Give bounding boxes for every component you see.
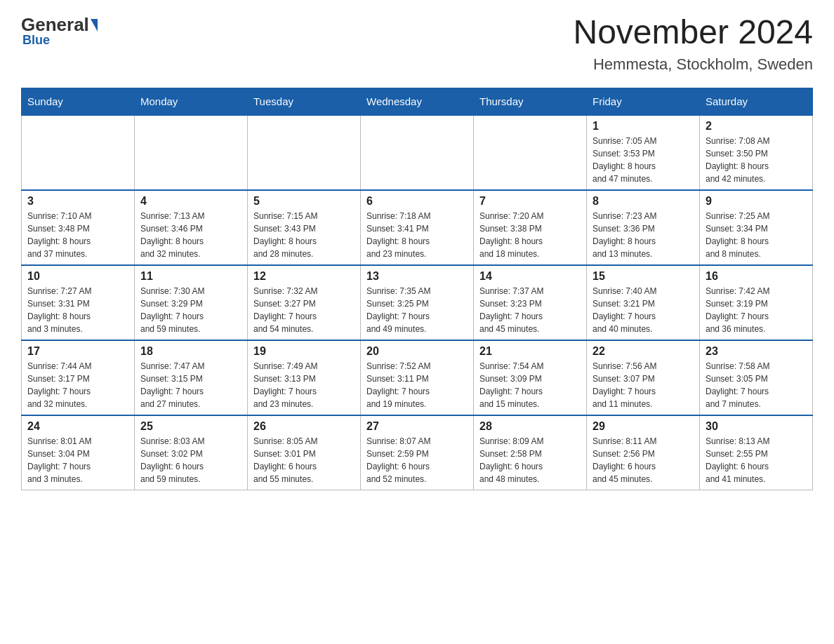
day-number: 15 <box>593 270 694 283</box>
day-number: 17 <box>27 345 128 358</box>
day-number: 10 <box>27 270 128 283</box>
day-number: 30 <box>706 420 807 433</box>
day-cell: 13Sunrise: 7:35 AM Sunset: 3:25 PM Dayli… <box>361 265 474 340</box>
day-cell: 21Sunrise: 7:54 AM Sunset: 3:09 PM Dayli… <box>474 340 587 415</box>
day-cell <box>248 115 361 190</box>
day-info: Sunrise: 7:25 AM Sunset: 3:34 PM Dayligh… <box>706 210 807 260</box>
day-number: 1 <box>593 120 694 133</box>
day-info: Sunrise: 8:05 AM Sunset: 3:01 PM Dayligh… <box>253 435 355 485</box>
day-cell <box>361 115 474 190</box>
day-cell: 8Sunrise: 7:23 AM Sunset: 3:36 PM Daylig… <box>587 190 700 265</box>
day-info: Sunrise: 7:15 AM Sunset: 3:43 PM Dayligh… <box>253 210 355 260</box>
day-info: Sunrise: 8:09 AM Sunset: 2:58 PM Dayligh… <box>479 435 581 485</box>
header-monday: Monday <box>135 88 248 115</box>
day-cell: 12Sunrise: 7:32 AM Sunset: 3:27 PM Dayli… <box>248 265 361 340</box>
header-tuesday: Tuesday <box>248 88 361 115</box>
calendar-table: SundayMondayTuesdayWednesdayThursdayFrid… <box>21 88 813 490</box>
day-number: 25 <box>140 420 241 433</box>
day-number: 26 <box>253 420 355 433</box>
day-cell: 26Sunrise: 8:05 AM Sunset: 3:01 PM Dayli… <box>248 415 361 490</box>
week-row-1: 1Sunrise: 7:05 AM Sunset: 3:53 PM Daylig… <box>22 115 813 190</box>
day-cell: 29Sunrise: 8:11 AM Sunset: 2:56 PM Dayli… <box>587 415 700 490</box>
day-cell: 27Sunrise: 8:07 AM Sunset: 2:59 PM Dayli… <box>361 415 474 490</box>
day-info: Sunrise: 7:52 AM Sunset: 3:11 PM Dayligh… <box>366 360 468 410</box>
day-number: 5 <box>253 195 355 208</box>
day-info: Sunrise: 7:35 AM Sunset: 3:25 PM Dayligh… <box>366 285 468 335</box>
day-info: Sunrise: 7:58 AM Sunset: 3:05 PM Dayligh… <box>706 360 807 410</box>
day-info: Sunrise: 7:20 AM Sunset: 3:38 PM Dayligh… <box>479 210 581 260</box>
calendar-header-row: SundayMondayTuesdayWednesdayThursdayFrid… <box>22 88 813 115</box>
week-row-3: 10Sunrise: 7:27 AM Sunset: 3:31 PM Dayli… <box>22 265 813 340</box>
day-number: 4 <box>140 195 241 208</box>
day-number: 19 <box>253 345 355 358</box>
day-cell: 6Sunrise: 7:18 AM Sunset: 3:41 PM Daylig… <box>361 190 474 265</box>
week-row-2: 3Sunrise: 7:10 AM Sunset: 3:48 PM Daylig… <box>22 190 813 265</box>
day-cell <box>474 115 587 190</box>
day-info: Sunrise: 7:56 AM Sunset: 3:07 PM Dayligh… <box>593 360 694 410</box>
day-cell: 19Sunrise: 7:49 AM Sunset: 3:13 PM Dayli… <box>248 340 361 415</box>
day-number: 21 <box>479 345 581 358</box>
day-cell <box>22 115 135 190</box>
day-number: 20 <box>366 345 468 358</box>
header-thursday: Thursday <box>474 88 587 115</box>
day-cell: 5Sunrise: 7:15 AM Sunset: 3:43 PM Daylig… <box>248 190 361 265</box>
day-number: 9 <box>706 195 807 208</box>
day-cell: 18Sunrise: 7:47 AM Sunset: 3:15 PM Dayli… <box>135 340 248 415</box>
day-info: Sunrise: 7:47 AM Sunset: 3:15 PM Dayligh… <box>140 360 241 410</box>
day-number: 18 <box>140 345 241 358</box>
day-cell: 1Sunrise: 7:05 AM Sunset: 3:53 PM Daylig… <box>587 115 700 190</box>
day-cell: 7Sunrise: 7:20 AM Sunset: 3:38 PM Daylig… <box>474 190 587 265</box>
day-number: 11 <box>140 270 241 283</box>
day-info: Sunrise: 8:07 AM Sunset: 2:59 PM Dayligh… <box>366 435 468 485</box>
day-number: 22 <box>593 345 694 358</box>
day-info: Sunrise: 7:40 AM Sunset: 3:21 PM Dayligh… <box>593 285 694 335</box>
day-info: Sunrise: 7:10 AM Sunset: 3:48 PM Dayligh… <box>27 210 128 260</box>
day-cell: 15Sunrise: 7:40 AM Sunset: 3:21 PM Dayli… <box>587 265 700 340</box>
day-number: 3 <box>27 195 128 208</box>
logo: General Blue <box>21 14 99 48</box>
day-info: Sunrise: 8:01 AM Sunset: 3:04 PM Dayligh… <box>27 435 128 485</box>
calendar-title-area: November 2024 Hemmesta, Stockholm, Swede… <box>573 14 813 74</box>
day-info: Sunrise: 8:11 AM Sunset: 2:56 PM Dayligh… <box>593 435 694 485</box>
header-friday: Friday <box>587 88 700 115</box>
page-header: General Blue November 2024 Hemmesta, Sto… <box>21 14 813 74</box>
day-cell: 11Sunrise: 7:30 AM Sunset: 3:29 PM Dayli… <box>135 265 248 340</box>
header-sunday: Sunday <box>22 88 135 115</box>
day-number: 6 <box>366 195 468 208</box>
day-info: Sunrise: 7:23 AM Sunset: 3:36 PM Dayligh… <box>593 210 694 260</box>
day-number: 7 <box>479 195 581 208</box>
day-info: Sunrise: 7:27 AM Sunset: 3:31 PM Dayligh… <box>27 285 128 335</box>
day-number: 13 <box>366 270 468 283</box>
day-cell: 14Sunrise: 7:37 AM Sunset: 3:23 PM Dayli… <box>474 265 587 340</box>
day-cell: 17Sunrise: 7:44 AM Sunset: 3:17 PM Dayli… <box>22 340 135 415</box>
day-cell: 10Sunrise: 7:27 AM Sunset: 3:31 PM Dayli… <box>22 265 135 340</box>
day-info: Sunrise: 7:37 AM Sunset: 3:23 PM Dayligh… <box>479 285 581 335</box>
day-cell: 3Sunrise: 7:10 AM Sunset: 3:48 PM Daylig… <box>22 190 135 265</box>
day-info: Sunrise: 8:03 AM Sunset: 3:02 PM Dayligh… <box>140 435 241 485</box>
day-cell: 25Sunrise: 8:03 AM Sunset: 3:02 PM Dayli… <box>135 415 248 490</box>
day-cell: 23Sunrise: 7:58 AM Sunset: 3:05 PM Dayli… <box>700 340 813 415</box>
day-cell: 30Sunrise: 8:13 AM Sunset: 2:55 PM Dayli… <box>700 415 813 490</box>
location-subtitle: Hemmesta, Stockholm, Sweden <box>573 55 813 74</box>
day-number: 27 <box>366 420 468 433</box>
day-number: 23 <box>706 345 807 358</box>
day-info: Sunrise: 7:30 AM Sunset: 3:29 PM Dayligh… <box>140 285 241 335</box>
logo-blue-label: Blue <box>21 33 50 48</box>
day-info: Sunrise: 7:13 AM Sunset: 3:46 PM Dayligh… <box>140 210 241 260</box>
day-number: 14 <box>479 270 581 283</box>
day-info: Sunrise: 8:13 AM Sunset: 2:55 PM Dayligh… <box>706 435 807 485</box>
header-wednesday: Wednesday <box>361 88 474 115</box>
day-info: Sunrise: 7:08 AM Sunset: 3:50 PM Dayligh… <box>706 135 807 185</box>
day-cell: 28Sunrise: 8:09 AM Sunset: 2:58 PM Dayli… <box>474 415 587 490</box>
day-number: 24 <box>27 420 128 433</box>
day-cell: 16Sunrise: 7:42 AM Sunset: 3:19 PM Dayli… <box>700 265 813 340</box>
week-row-4: 17Sunrise: 7:44 AM Sunset: 3:17 PM Dayli… <box>22 340 813 415</box>
day-info: Sunrise: 7:18 AM Sunset: 3:41 PM Dayligh… <box>366 210 468 260</box>
main-title: November 2024 <box>573 14 813 51</box>
day-info: Sunrise: 7:44 AM Sunset: 3:17 PM Dayligh… <box>27 360 128 410</box>
day-number: 28 <box>479 420 581 433</box>
day-number: 12 <box>253 270 355 283</box>
day-cell: 20Sunrise: 7:52 AM Sunset: 3:11 PM Dayli… <box>361 340 474 415</box>
day-info: Sunrise: 7:49 AM Sunset: 3:13 PM Dayligh… <box>253 360 355 410</box>
day-cell: 9Sunrise: 7:25 AM Sunset: 3:34 PM Daylig… <box>700 190 813 265</box>
